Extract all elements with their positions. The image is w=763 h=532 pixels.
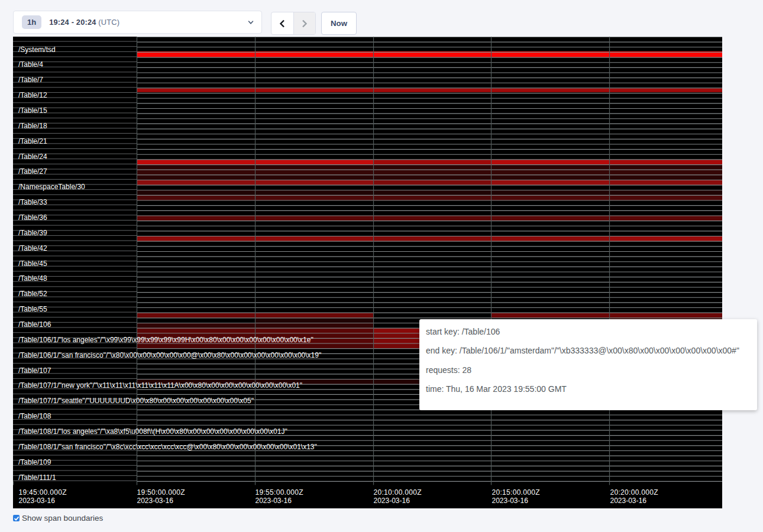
svg-text:/Table/111/1: /Table/111/1: [18, 473, 56, 481]
svg-text:/Table/106: /Table/106: [18, 320, 51, 329]
svg-text:20:20:00.000Z: 20:20:00.000Z: [610, 488, 658, 496]
svg-text:/Table/27: /Table/27: [18, 167, 47, 176]
svg-text:2023-03-16: 2023-03-16: [610, 496, 647, 504]
svg-text:/Table/52: /Table/52: [18, 290, 47, 298]
svg-text:/Table/106/1/"san francisco"/": /Table/106/1/"san francisco"/"\x80\x00\x…: [18, 351, 321, 359]
svg-text:20:10:00.000Z: 20:10:00.000Z: [374, 488, 422, 496]
svg-text:/Table/48: /Table/48: [18, 274, 47, 283]
svg-text:/System/tsd: /System/tsd: [18, 45, 56, 53]
svg-text:2023-03-16: 2023-03-16: [492, 496, 529, 504]
svg-text:/Table/107/1/"new york"/"\x11\: /Table/107/1/"new york"/"\x11\x11\x11\x1…: [18, 381, 302, 390]
svg-text:/Table/4: /Table/4: [18, 60, 43, 69]
svg-text:/Table/39: /Table/39: [18, 228, 47, 236]
svg-text:/Table/12: /Table/12: [18, 91, 47, 99]
svg-text:/Table/42: /Table/42: [18, 244, 47, 252]
svg-text:2023-03-16: 2023-03-16: [374, 496, 410, 504]
svg-text:/Table/107/1/"seattle"/"UUUUUU: /Table/107/1/"seattle"/"UUUUUUUD\x00\x80…: [18, 397, 254, 405]
svg-text:/Table/7: /Table/7: [18, 76, 43, 84]
svg-text:/Table/21: /Table/21: [18, 137, 47, 145]
svg-text:19:55:00.000Z: 19:55:00.000Z: [256, 488, 303, 496]
svg-text:/Table/33: /Table/33: [18, 198, 47, 206]
svg-text:/Table/18: /Table/18: [18, 121, 47, 129]
svg-text:2023-03-16: 2023-03-16: [256, 496, 292, 504]
svg-text:/Table/36: /Table/36: [18, 213, 47, 222]
svg-text:/Table/15: /Table/15: [18, 106, 47, 115]
svg-text:20:15:00.000Z: 20:15:00.000Z: [492, 488, 540, 496]
svg-text:/Table/109: /Table/109: [18, 458, 51, 466]
svg-text:/Table/107: /Table/107: [18, 366, 51, 374]
svg-text:/NamespaceTable/30: /NamespaceTable/30: [18, 183, 85, 191]
svg-text:/Table/108/1/"los angeles"/"\x: /Table/108/1/"los angeles"/"\xa8\xf5\u00…: [18, 427, 287, 436]
svg-text:/Table/108/1/"san francisco"/": /Table/108/1/"san francisco"/"\x8c\xcc\x…: [18, 442, 317, 450]
svg-text:19:50:00.000Z: 19:50:00.000Z: [137, 488, 185, 496]
svg-text:19:45:00.000Z: 19:45:00.000Z: [19, 488, 67, 496]
svg-text:/Table/45: /Table/45: [18, 259, 47, 267]
svg-text:/Table/108: /Table/108: [18, 412, 51, 420]
svg-text:/Table/24: /Table/24: [18, 152, 47, 160]
svg-text:2023-03-16: 2023-03-16: [19, 496, 56, 504]
svg-text:2023-03-16: 2023-03-16: [137, 496, 174, 504]
svg-text:/Table/55: /Table/55: [18, 305, 47, 313]
svg-text:/Table/106/1/"los angeles"/"\x: /Table/106/1/"los angeles"/"\x99\x99\x99…: [18, 335, 313, 343]
